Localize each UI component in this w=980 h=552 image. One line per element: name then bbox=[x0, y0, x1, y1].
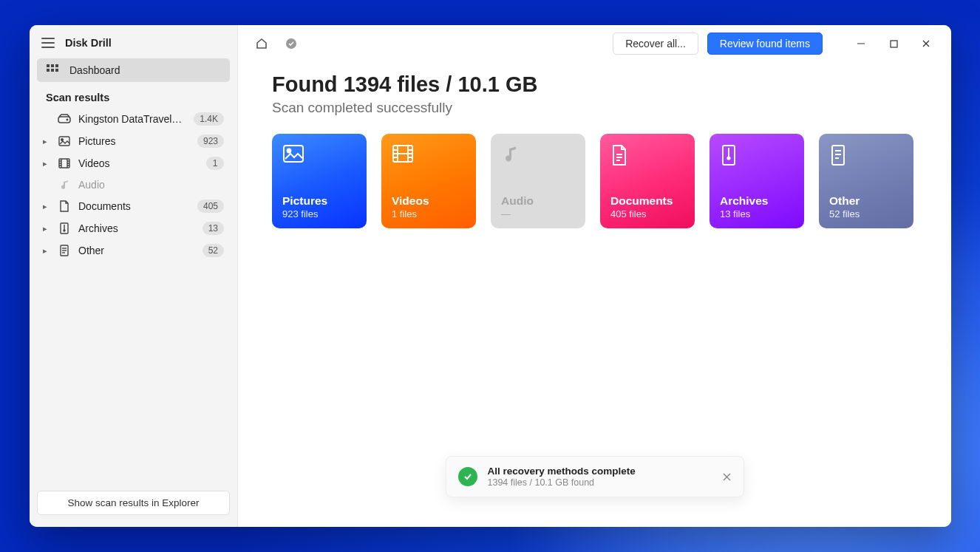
chevron-right-icon: ▸ bbox=[43, 224, 50, 234]
card-other[interactable]: Other 52 files bbox=[819, 134, 913, 228]
card-title: Videos bbox=[392, 194, 466, 208]
card-title: Archives bbox=[720, 194, 794, 208]
chevron-right-icon: ▸ bbox=[43, 202, 50, 211]
sidebar-item-label: Videos bbox=[78, 157, 199, 169]
sidebar-item-pictures[interactable]: ▸ Pictures 923 bbox=[37, 130, 230, 152]
minimize-button[interactable] bbox=[845, 33, 877, 55]
svg-rect-2 bbox=[55, 64, 58, 67]
svg-rect-4 bbox=[51, 69, 54, 72]
document-icon bbox=[58, 200, 71, 212]
sidebar-item-videos[interactable]: ▸ Videos 1 bbox=[37, 152, 230, 174]
toast-sub: 1394 files / 10.1 GB found bbox=[488, 477, 712, 488]
sidebar: Disk Drill Dashboard Scan results Kingst… bbox=[30, 25, 238, 527]
file-icon bbox=[829, 144, 851, 166]
count-badge: 923 bbox=[197, 134, 224, 148]
titlebar: Recover all... Review found items bbox=[238, 25, 951, 62]
results-heading: Found 1394 files / 10.1 GB bbox=[272, 72, 917, 97]
show-in-explorer-button[interactable]: Show scan results in Explorer bbox=[37, 491, 230, 515]
music-note-icon bbox=[58, 179, 71, 191]
card-pictures[interactable]: Pictures 923 files bbox=[272, 134, 367, 228]
chevron-right-icon: ▸ bbox=[43, 246, 50, 256]
drive-label: Kingston DataTraveler 3… bbox=[78, 113, 186, 125]
main-area: Recover all... Review found items Found … bbox=[238, 25, 951, 527]
card-title: Pictures bbox=[282, 194, 356, 208]
card-documents[interactable]: Documents 405 files bbox=[600, 134, 695, 228]
sidebar-drive-item[interactable]: Kingston DataTraveler 3… 1.4K bbox=[37, 108, 230, 130]
sidebar-header: Disk Drill bbox=[37, 34, 230, 58]
film-icon bbox=[58, 158, 71, 168]
status-check-icon[interactable] bbox=[281, 33, 302, 54]
card-videos[interactable]: Videos 1 files bbox=[381, 134, 476, 228]
svg-point-48 bbox=[727, 157, 729, 159]
content-area: Found 1394 files / 10.1 GB Scan complete… bbox=[238, 62, 951, 243]
sidebar-item-documents[interactable]: ▸ Documents 405 bbox=[37, 195, 230, 217]
card-sub: 923 files bbox=[282, 208, 356, 219]
drive-count-badge: 1.4K bbox=[194, 112, 224, 126]
sidebar-item-label: Documents bbox=[78, 200, 190, 212]
sidebar-item-label: Other bbox=[78, 245, 195, 256]
sidebar-item-dashboard[interactable]: Dashboard bbox=[37, 58, 230, 82]
image-icon bbox=[58, 136, 71, 146]
card-title: Documents bbox=[610, 194, 684, 208]
card-sub: 405 files bbox=[610, 208, 684, 219]
file-icon bbox=[58, 245, 71, 256]
close-icon[interactable] bbox=[722, 472, 732, 482]
svg-point-9 bbox=[61, 139, 64, 141]
category-cards: Pictures 923 files Videos 1 files Audio … bbox=[272, 134, 917, 228]
count-badge: 1 bbox=[206, 157, 224, 170]
svg-rect-3 bbox=[47, 69, 50, 72]
archive-icon bbox=[720, 144, 742, 166]
review-found-items-button[interactable]: Review found items bbox=[707, 33, 823, 55]
sidebar-item-label: Archives bbox=[78, 222, 195, 234]
archive-icon bbox=[58, 222, 71, 234]
document-icon bbox=[610, 144, 633, 166]
sidebar-item-label: Audio bbox=[78, 179, 224, 191]
card-sub: 1 files bbox=[392, 208, 466, 219]
svg-point-7 bbox=[67, 119, 67, 120]
film-icon bbox=[392, 144, 414, 166]
svg-point-32 bbox=[287, 149, 291, 153]
music-note-icon bbox=[501, 144, 523, 166]
sidebar-item-audio[interactable]: Audio bbox=[37, 174, 230, 195]
sidebar-section-title: Scan results bbox=[37, 83, 230, 108]
app-window: Disk Drill Dashboard Scan results Kingst… bbox=[30, 25, 951, 527]
home-icon[interactable] bbox=[251, 33, 272, 54]
card-title: Other bbox=[829, 194, 903, 208]
svg-rect-31 bbox=[284, 146, 303, 162]
card-sub: 13 files bbox=[720, 208, 794, 219]
app-title: Disk Drill bbox=[65, 37, 112, 49]
sidebar-item-archives[interactable]: ▸ Archives 13 bbox=[37, 217, 230, 239]
svg-rect-28 bbox=[891, 41, 897, 47]
results-subheading: Scan completed successfully bbox=[272, 100, 917, 116]
svg-rect-6 bbox=[58, 117, 70, 123]
count-badge: 405 bbox=[197, 200, 224, 213]
hamburger-icon[interactable] bbox=[41, 38, 55, 48]
svg-point-21 bbox=[64, 230, 65, 231]
card-audio[interactable]: Audio — bbox=[491, 134, 585, 228]
image-icon bbox=[282, 144, 304, 166]
count-badge: 52 bbox=[203, 244, 224, 257]
card-title: Audio bbox=[501, 194, 575, 208]
card-archives[interactable]: Archives 13 files bbox=[710, 134, 804, 228]
chevron-right-icon: ▸ bbox=[43, 159, 50, 168]
check-circle-icon bbox=[458, 467, 477, 486]
toast-title: All recovery methods complete bbox=[488, 466, 712, 477]
grid-icon bbox=[46, 64, 59, 76]
close-button[interactable] bbox=[910, 33, 942, 55]
card-sub: — bbox=[501, 208, 575, 219]
maximize-button[interactable] bbox=[877, 33, 910, 55]
sidebar-item-other[interactable]: ▸ Other 52 bbox=[37, 239, 230, 262]
svg-rect-0 bbox=[47, 64, 50, 67]
drive-icon bbox=[58, 114, 71, 124]
completion-toast: All recovery methods complete 1394 files… bbox=[446, 456, 744, 497]
sidebar-item-label: Pictures bbox=[78, 135, 190, 147]
count-badge: 13 bbox=[203, 222, 224, 235]
sidebar-item-label: Dashboard bbox=[69, 64, 120, 76]
svg-rect-1 bbox=[51, 64, 54, 67]
recover-all-button[interactable]: Recover all... bbox=[613, 33, 698, 55]
chevron-right-icon: ▸ bbox=[43, 137, 50, 146]
svg-rect-5 bbox=[55, 69, 58, 72]
card-sub: 52 files bbox=[829, 208, 903, 219]
